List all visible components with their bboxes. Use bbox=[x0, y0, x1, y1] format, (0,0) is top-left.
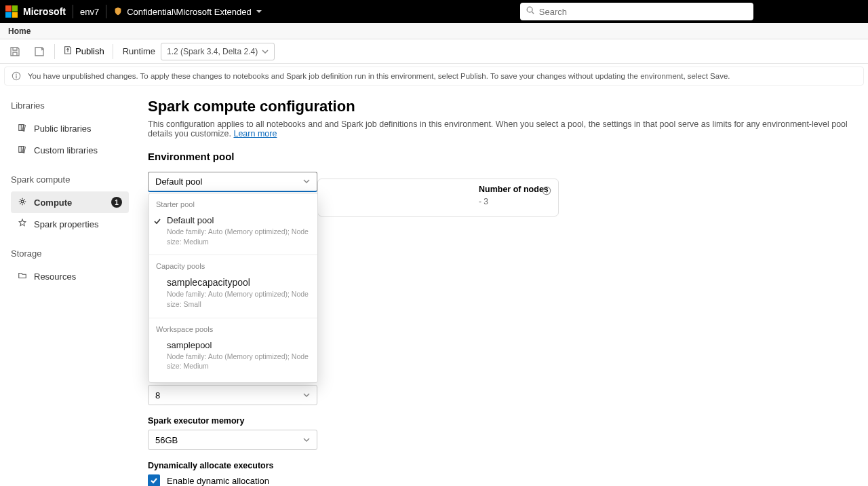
save-button[interactable] bbox=[5, 42, 24, 61]
enable-dynamic-checkbox[interactable] bbox=[148, 474, 160, 486]
enable-dynamic-label: Enable dynamic allocation bbox=[167, 476, 269, 486]
environment-name-label: env7 bbox=[80, 7, 99, 17]
pool-option-samplecapacity[interactable]: samplecapacitypool Node family: Auto (Me… bbox=[149, 273, 317, 313]
sidebar-item-compute[interactable]: Compute 1 bbox=[11, 191, 129, 213]
sidebar-item-label: Spark properties bbox=[34, 219, 98, 229]
svg-point-5 bbox=[21, 200, 24, 203]
chevron-down-icon bbox=[303, 390, 310, 400]
executor-cores-dropdown[interactable]: 8 bbox=[148, 385, 317, 405]
sidebar-item-custom-libraries[interactable]: Custom libraries bbox=[11, 139, 129, 161]
svg-line-1 bbox=[532, 12, 534, 14]
top-header: Microsoft env7 Confidential\Microsoft Ex… bbox=[0, 0, 868, 23]
separator bbox=[73, 5, 73, 18]
pool-dropdown-panel: Starter pool Default pool Node family: A… bbox=[149, 193, 318, 383]
executor-cores-value: 8 bbox=[155, 390, 160, 400]
selected-pool-value: Default pool bbox=[155, 176, 202, 187]
search-input[interactable] bbox=[539, 7, 748, 17]
svg-point-3 bbox=[16, 74, 17, 75]
library-icon bbox=[18, 145, 27, 156]
environment-pool-heading: Environment pool bbox=[148, 151, 854, 162]
sidebar-item-label: Resources bbox=[34, 272, 76, 282]
chevron-down-icon bbox=[256, 8, 262, 15]
info-icon[interactable] bbox=[542, 186, 551, 198]
chevron-down-icon bbox=[303, 176, 310, 187]
home-strip: Home bbox=[0, 23, 868, 39]
option-detail: Node family: Auto (Memory optimized); No… bbox=[167, 227, 311, 246]
checkmark-icon bbox=[153, 217, 161, 227]
page-description: This configuration applies to all notebo… bbox=[148, 119, 854, 138]
sidebar-group-storage: Storage bbox=[11, 248, 129, 259]
chevron-down-icon bbox=[262, 48, 269, 55]
publish-button[interactable]: Publish bbox=[60, 45, 107, 57]
executor-memory-label: Spark executor memory bbox=[148, 416, 854, 426]
badge-count: 1 bbox=[111, 197, 122, 208]
executor-memory-value: 56GB bbox=[155, 435, 178, 445]
search-box[interactable] bbox=[520, 3, 753, 20]
runtime-dropdown[interactable]: 1.2 (Spark 3.4, Delta 2.4) bbox=[161, 43, 275, 60]
home-link[interactable]: Home bbox=[8, 26, 31, 36]
page-title: Spark compute configuration bbox=[148, 98, 854, 115]
runtime-label: Runtime bbox=[123, 46, 155, 56]
library-icon bbox=[18, 123, 27, 134]
option-name: samplepool bbox=[167, 340, 311, 350]
publish-icon bbox=[63, 45, 73, 57]
divider bbox=[149, 255, 317, 255]
svg-rect-4 bbox=[16, 75, 16, 78]
publish-label: Publish bbox=[75, 46, 104, 56]
sidebar-group-libraries: Libraries bbox=[11, 100, 129, 111]
brand-label: Microsoft bbox=[23, 6, 66, 17]
sidebar: Libraries Public libraries Custom librar… bbox=[0, 88, 134, 486]
dropdown-section-workspace: Workspace pools bbox=[149, 322, 317, 336]
dropdown-section-capacity: Capacity pools bbox=[149, 259, 317, 273]
learn-more-link[interactable]: Learn more bbox=[233, 129, 277, 138]
option-name: samplecapacitypool bbox=[167, 277, 311, 288]
svg-point-7 bbox=[546, 189, 547, 190]
search-icon bbox=[526, 5, 535, 18]
sidebar-item-label: Compute bbox=[34, 198, 72, 208]
runtime-value: 1.2 (Spark 3.4, Delta 2.4) bbox=[167, 47, 258, 56]
nodes-card-value: - 3 bbox=[479, 197, 550, 206]
pool-option-default[interactable]: Default pool Node family: Auto (Memory o… bbox=[149, 211, 317, 250]
microsoft-logo[interactable]: Microsoft bbox=[5, 5, 66, 18]
gear-icon bbox=[18, 197, 27, 208]
info-bar: You have unpublished changes. To apply t… bbox=[4, 67, 864, 86]
separator bbox=[106, 5, 106, 18]
executor-memory-dropdown[interactable]: 56GB bbox=[148, 430, 317, 450]
option-name: Default pool bbox=[167, 215, 311, 225]
dynamic-allocation-label: Dynamically allocate executors bbox=[148, 461, 854, 470]
spark-icon bbox=[18, 219, 27, 230]
sensitivity-dropdown[interactable]: Confidential\Microsoft Extended bbox=[113, 7, 262, 17]
pool-option-sample[interactable]: samplepool Node family: Auto (Memory opt… bbox=[149, 336, 317, 375]
nodes-card: Number of nodes - 3 bbox=[317, 179, 559, 217]
option-detail: Node family: Auto (Memory optimized); No… bbox=[167, 289, 311, 309]
info-message: You have unpublished changes. To apply t… bbox=[28, 72, 730, 80]
environment-pool-dropdown[interactable]: Default pool Starter pool Default pool N… bbox=[148, 172, 317, 192]
divider bbox=[54, 44, 55, 59]
content: Spark compute configuration This configu… bbox=[134, 88, 868, 486]
sidebar-item-label: Custom libraries bbox=[34, 145, 98, 155]
nodes-card-label: Number of nodes bbox=[479, 185, 550, 194]
ms-tiles-icon bbox=[5, 5, 18, 18]
info-icon bbox=[12, 71, 21, 81]
sidebar-item-spark-properties[interactable]: Spark properties bbox=[11, 213, 129, 235]
divider bbox=[113, 44, 113, 59]
option-detail: Node family: Auto (Memory optimized); No… bbox=[167, 352, 311, 371]
sensitivity-label: Confidential\Microsoft Extended bbox=[127, 7, 252, 17]
sidebar-item-resources[interactable]: Resources bbox=[11, 265, 129, 287]
divider bbox=[149, 318, 317, 318]
sidebar-item-public-libraries[interactable]: Public libraries bbox=[11, 117, 129, 139]
discard-button[interactable] bbox=[30, 42, 49, 61]
sidebar-group-spark-compute: Spark compute bbox=[11, 174, 129, 185]
svg-rect-8 bbox=[546, 190, 547, 193]
sidebar-item-label: Public libraries bbox=[34, 124, 92, 134]
folder-icon bbox=[18, 271, 27, 282]
chevron-down-icon bbox=[303, 435, 310, 445]
dropdown-section-starter: Starter pool bbox=[149, 198, 317, 211]
command-bar: Publish Runtime 1.2 (Spark 3.4, Delta 2.… bbox=[0, 39, 868, 64]
shield-icon bbox=[113, 7, 123, 16]
svg-point-0 bbox=[527, 7, 532, 12]
